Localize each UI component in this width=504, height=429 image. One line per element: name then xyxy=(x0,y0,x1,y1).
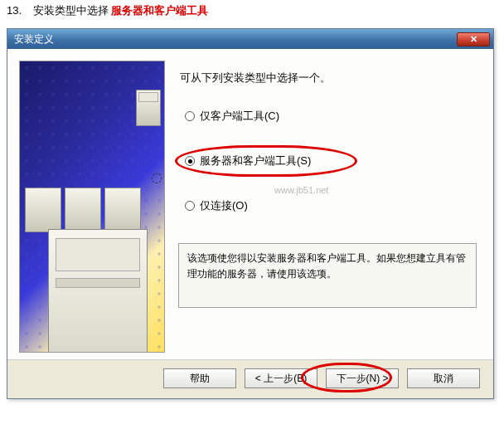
help-button[interactable]: 帮助 xyxy=(163,368,236,388)
cursor-icon xyxy=(151,169,166,181)
server-icon xyxy=(136,90,161,126)
titlebar: 安装定义 ✕ xyxy=(7,29,493,49)
option-label: 仅客户端工具(C) xyxy=(200,109,279,124)
radio-icon xyxy=(185,111,195,121)
watermark-text: www.jb51.net xyxy=(274,185,328,195)
instruction-number: 13. xyxy=(7,4,22,17)
server-icon xyxy=(25,188,61,232)
option-label: 服务器和客户端工具(S) xyxy=(200,154,311,168)
option-server-client[interactable]: 服务器和客户端工具(S) xyxy=(185,154,477,168)
cancel-button[interactable]: 取消 xyxy=(407,368,480,388)
close-button[interactable]: ✕ xyxy=(457,32,490,46)
radio-icon xyxy=(185,156,195,166)
instruction-highlight: 服务器和客户端工具 xyxy=(111,4,208,17)
option-label: 仅连接(O) xyxy=(200,198,248,213)
radio-icon xyxy=(185,201,195,211)
back-button[interactable]: < 上一步(B) xyxy=(245,368,317,388)
page-instruction: 13. 安装类型中选择 服务器和客户端工具 xyxy=(0,0,504,23)
wizard-sidebar-image xyxy=(19,61,165,353)
server-icon xyxy=(104,188,141,232)
server-icon xyxy=(65,188,101,232)
content-heading: 可从下列安装类型中选择一个。 xyxy=(180,71,477,85)
server-icon xyxy=(48,229,148,353)
option-connect-only[interactable]: 仅连接(O) xyxy=(185,198,477,213)
button-bar: 帮助 < 上一步(B) 下一步(N) > 取消 xyxy=(7,360,493,398)
install-options: 仅客户端工具(C) 服务器和客户端工具(S) www.jb51.net 仅连接(… xyxy=(185,109,477,213)
window-body: 可从下列安装类型中选择一个。 仅客户端工具(C) 服务器和客户端工具(S) ww… xyxy=(7,49,493,360)
instruction-prefix: 安装类型中选择 xyxy=(33,4,109,17)
content-panel: 可从下列安装类型中选择一个。 仅客户端工具(C) 服务器和客户端工具(S) ww… xyxy=(173,61,482,353)
installer-window: 安装定义 ✕ 可从下列安装类型中选择一个。 仅客户端工具(C) xyxy=(7,28,494,399)
option-client-only[interactable]: 仅客户端工具(C) xyxy=(185,109,477,124)
window-title: 安装定义 xyxy=(14,32,54,46)
description-text: 该选项使您得以安装服务器和客户端工具。如果您想建立具有管理功能的服务器，请使用该… xyxy=(187,252,466,280)
description-box: 该选项使您得以安装服务器和客户端工具。如果您想建立具有管理功能的服务器，请使用该… xyxy=(178,243,477,308)
next-button[interactable]: 下一步(N) > xyxy=(326,368,399,388)
